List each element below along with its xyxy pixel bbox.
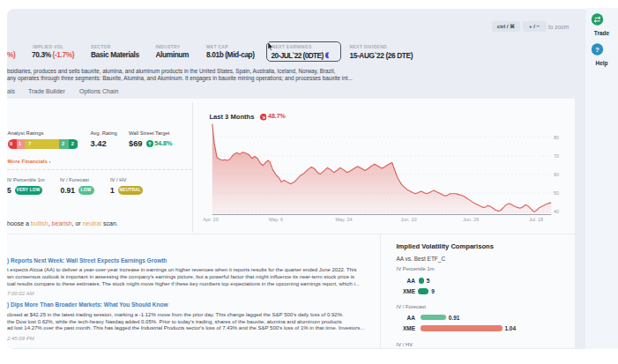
svg-text:60: 60 (554, 172, 559, 177)
svg-text:?: ? (595, 46, 599, 54)
svg-text:70: 70 (554, 153, 559, 159)
svg-text:Jul. 18: Jul. 18 (529, 217, 543, 222)
svg-text:40: 40 (554, 209, 559, 214)
svg-text:May. 6: May. 6 (269, 217, 283, 222)
svg-text:80: 80 (554, 135, 559, 140)
svg-text:Jun. 10: Jun. 10 (400, 217, 416, 222)
svg-text:Apr. 20: Apr. 20 (203, 217, 218, 222)
svg-text:May. 24: May. 24 (335, 217, 352, 222)
svg-text:Jun. 29: Jun. 29 (463, 217, 479, 222)
svg-text:50: 50 (554, 190, 559, 196)
